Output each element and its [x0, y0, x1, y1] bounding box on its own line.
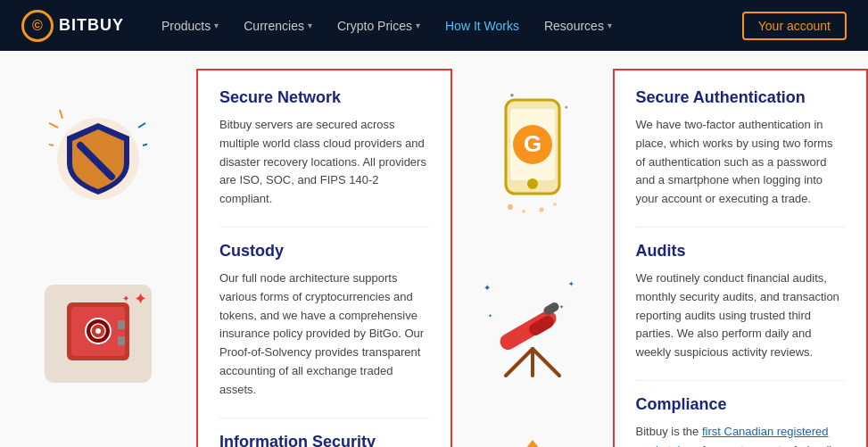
- chevron-down-icon: ▾: [214, 21, 219, 30]
- svg-line-4: [143, 144, 147, 145]
- compliance-text: Bitbuy is the first Canadian registered …: [636, 423, 846, 447]
- svg-line-30: [506, 349, 533, 376]
- shield-icon: [45, 105, 152, 212]
- svg-line-0: [49, 123, 58, 128]
- nav-item-crypto-prices[interactable]: Crypto Prices ▾: [327, 12, 431, 40]
- section-divider-1: [219, 227, 429, 228]
- chevron-down-icon: ▾: [416, 21, 420, 30]
- logo[interactable]: © BITBUY: [21, 10, 124, 42]
- info-security-title: Information Security: [219, 433, 429, 447]
- left-text-column: Secure Network Bitbuy servers are secure…: [196, 69, 452, 447]
- secure-network-title: Secure Network: [219, 88, 429, 107]
- main-content: ✦ ✦ PASSWORD: [0, 51, 868, 447]
- svg-rect-12: [118, 336, 125, 345]
- nav-item-currencies[interactable]: Currencies ▾: [233, 12, 323, 40]
- svg-point-23: [522, 210, 525, 213]
- svg-point-25: [553, 203, 557, 206]
- svg-point-10: [95, 328, 101, 334]
- account-button[interactable]: Your account: [742, 12, 847, 40]
- svg-point-22: [508, 204, 513, 210]
- section-divider-4: [636, 380, 846, 381]
- secure-auth-title: Secure Authentication: [636, 88, 846, 107]
- safe-icon: ✦ ✦: [45, 285, 152, 383]
- audits-title: Audits: [636, 242, 846, 261]
- nav-item-products[interactable]: Products ▾: [151, 12, 229, 40]
- left-illustrations: ✦ ✦ PASSWORD: [0, 69, 196, 447]
- svg-line-3: [138, 123, 145, 128]
- svg-line-2: [60, 110, 62, 119]
- svg-line-1: [49, 144, 54, 145]
- svg-text:✦: ✦: [559, 304, 564, 310]
- svg-text:G: G: [523, 130, 541, 157]
- compliance-title: Compliance: [636, 395, 846, 414]
- section-divider-2: [219, 418, 429, 418]
- secure-auth-text: We have two-factor authentication in pla…: [636, 116, 846, 209]
- svg-line-32: [533, 349, 559, 376]
- svg-text:✦: ✦: [568, 280, 575, 288]
- middle-illustrations: ● ● G ✦: [452, 69, 613, 447]
- logo-text: BITBUY: [59, 16, 124, 35]
- phone-icon: ● ● G: [492, 95, 573, 220]
- svg-point-24: [539, 207, 543, 211]
- compliance-text-before: Bitbuy is the: [636, 425, 702, 438]
- nav-item-resources[interactable]: Resources ▾: [533, 12, 623, 40]
- svg-text:✦: ✦: [484, 283, 491, 293]
- audits-text: We routinely conduct financial audits, m…: [636, 269, 846, 362]
- custody-text: Our full node architecture supports vari…: [219, 269, 429, 400]
- svg-marker-38: [499, 440, 566, 447]
- chevron-down-icon: ▾: [608, 21, 612, 30]
- svg-text:✦: ✦: [488, 313, 492, 319]
- chevron-down-icon: ▾: [308, 21, 312, 30]
- nav-item-how-it-works[interactable]: How It Works: [434, 12, 530, 40]
- secure-network-text: Bitbuy servers are secured across multip…: [219, 116, 429, 209]
- section-divider-3: [636, 227, 846, 228]
- nav-items: Products ▾ Currencies ▾ Crypto Prices ▾ …: [151, 12, 742, 40]
- badge-icon: [488, 435, 577, 447]
- navigation: © BITBUY Products ▾ Currencies ▾ Crypto …: [0, 0, 868, 51]
- logo-icon: ©: [21, 10, 54, 42]
- svg-point-21: [527, 178, 538, 189]
- svg-rect-11: [118, 320, 125, 329]
- custody-title: Custody: [219, 242, 429, 261]
- right-text-column: Secure Authentication We have two-factor…: [613, 69, 869, 447]
- telescope-icon: ✦ ✦ ✦ ✦: [479, 273, 586, 383]
